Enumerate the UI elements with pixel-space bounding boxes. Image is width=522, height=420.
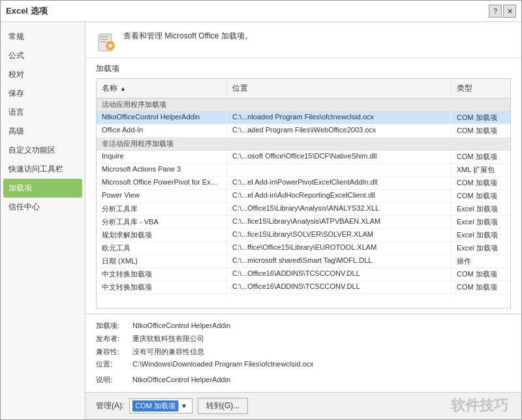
inactive-section-header: 非活动应用程序加载项 (97, 138, 510, 151)
row-type: Excel 加载项 (452, 229, 510, 241)
title-bar: Excel 选项 ? ✕ (1, 1, 521, 22)
table-row[interactable]: 分析工具库 C:\...Office15\Library\Analysis\AN… (97, 203, 510, 216)
col-header-location[interactable]: 位置 (227, 82, 452, 95)
table-row[interactable]: Microsoft Actions Pane 3 XML 扩展包 (97, 164, 510, 177)
row-type: COM 加载项 (452, 112, 510, 124)
info-desc-label: 说明: (96, 374, 129, 387)
svg-rect-2 (100, 38, 108, 40)
title-bar-controls: ? ✕ (489, 5, 516, 18)
info-desc-row: 说明: NtkoOfficeControl HelperAddin (96, 374, 511, 387)
row-type: XML 扩展包 (452, 164, 510, 176)
info-desc-value: NtkoOfficeControl HelperAddin (132, 374, 230, 387)
row-name: Microsoft Office PowerPivot for Excel 20… (97, 177, 227, 189)
table-row[interactable]: NtkoOfficeControl HelperAddin C:\...nloa… (97, 112, 510, 125)
go-button[interactable]: 转到(G)... (198, 398, 248, 414)
excel-options-window: Excel 选项 ? ✕ 常规 公式 校对 保存 语言 高级 自定义功能区 快速… (0, 0, 522, 420)
info-section: 加载项: NtkoOfficeControl HelperAddin 发布者: … (85, 314, 521, 392)
info-location-label: 位置: (96, 358, 129, 371)
row-name: 日期 (XML) (97, 255, 227, 267)
main-content: 查看和管理 Microsoft Office 加载项。 加载项 名称 ▲ 位置 … (85, 22, 521, 419)
row-location: C:\...nloaded Program Files\ofctnewclsid… (227, 112, 452, 124)
addins-section: 加载项 名称 ▲ 位置 类型 活动应用程序加载项 (85, 58, 521, 314)
sidebar-item-addins[interactable]: 加载项 (3, 179, 82, 198)
row-location: C:\...ffice\Office15\Library\EUROTOOL.XL… (227, 242, 452, 254)
row-type: Excel 加载项 (452, 203, 510, 215)
row-name: Office Add-In (97, 125, 227, 137)
sidebar-item-save[interactable]: 保存 (1, 84, 85, 103)
header-section: 查看和管理 Microsoft Office 加载项。 (85, 22, 521, 58)
row-location: C:\...microsoft shared\Smart Tag\MOFL.DL… (227, 255, 452, 267)
info-compatibility-value: 没有可用的兼容性信息 (132, 346, 204, 359)
info-publisher-value: 重庆软航科技有限公司 (132, 333, 204, 346)
row-type: COM 加载项 (452, 268, 510, 280)
sidebar-item-trust-center[interactable]: 信任中心 (1, 198, 85, 217)
row-name: 中文转换加载项 (97, 281, 227, 293)
table-row[interactable]: 分析工具库 - VBA C:\...fice15\Library\Analysi… (97, 216, 510, 229)
table-header: 名称 ▲ 位置 类型 (97, 79, 510, 98)
table-row[interactable]: 中文转换加载项 C:\...Office16\ADDINS\TCSCCONV.D… (97, 281, 510, 294)
watermark-text: 软件技巧 (451, 396, 508, 415)
table-row[interactable]: Office Add-In C:\...aded Program Files\i… (97, 125, 510, 138)
row-location: C:\...el Add-in\AdHocReportingExcelClien… (227, 190, 452, 202)
manage-dropdown[interactable]: COM 加载项 ▼ (129, 398, 192, 413)
svg-rect-3 (100, 41, 106, 42)
col-header-type[interactable]: 类型 (452, 82, 510, 95)
table-row[interactable]: 规划求解加载项 C:\...fice15\Library\SOLVER\SOLV… (97, 229, 510, 242)
info-compatibility-row: 兼容性: 没有可用的兼容性信息 (96, 346, 511, 359)
row-type: Excel 加载项 (452, 242, 510, 254)
table-body[interactable]: 活动应用程序加载项 NtkoOfficeControl HelperAddin … (97, 98, 510, 308)
sidebar-item-language[interactable]: 语言 (1, 103, 85, 122)
row-name: 分析工具库 (97, 203, 227, 215)
row-location: C:\...fice15\Library\SOLVER\SOLVER.XLAM (227, 229, 452, 241)
table-row[interactable]: 欧元工具 C:\...ffice\Office15\Library\EUROTO… (97, 242, 510, 255)
window-body: 常规 公式 校对 保存 语言 高级 自定义功能区 快速访问工具栏 加载项 信任中… (1, 22, 521, 419)
active-section-header: 活动应用程序加载项 (97, 98, 510, 112)
sidebar-item-formula[interactable]: 公式 (1, 46, 85, 65)
info-compatibility-label: 兼容性: (96, 346, 129, 359)
row-location (227, 164, 452, 176)
table-row[interactable]: 中文转换加载项 C:\...Office16\ADDINS\TCSCCONV.D… (97, 268, 510, 281)
info-addin-row: 加载项: NtkoOfficeControl HelperAddin (96, 320, 511, 333)
row-name: 欧元工具 (97, 242, 227, 254)
row-type: COM 加载项 (452, 151, 510, 163)
row-type: COM 加载项 (452, 281, 510, 293)
sidebar-item-general[interactable]: 常规 (1, 27, 85, 46)
row-location: C:\...fice15\Library\Analysis\ATPVBAEN.X… (227, 216, 452, 228)
row-type: COM 加载项 (452, 125, 510, 137)
table-row[interactable]: Power View C:\...el Add-in\AdHocReportin… (97, 190, 510, 203)
info-addin-label: 加载项: (96, 320, 129, 333)
info-location-row: 位置: C:\Windows\Downloaded Program Files\… (96, 358, 511, 371)
close-button[interactable]: ✕ (503, 5, 516, 18)
row-location: C:\...el Add-in\PowerPivotExcelClientAdd… (227, 177, 452, 189)
header-description: 查看和管理 Microsoft Office 加载项。 (123, 30, 253, 42)
sidebar-item-customize-ribbon[interactable]: 自定义功能区 (1, 141, 85, 160)
row-name: NtkoOfficeControl HelperAddin (97, 112, 227, 124)
info-publisher-label: 发布者: (96, 333, 129, 346)
manage-label: 管理(A): (96, 400, 124, 412)
info-location-value: C:\Windows\Downloaded Program Files\ofct… (132, 358, 314, 371)
sidebar-item-proofing[interactable]: 校对 (1, 65, 85, 84)
sidebar-item-quick-access[interactable]: 快速访问工具栏 (1, 160, 85, 179)
svg-rect-1 (100, 36, 109, 37)
table-row[interactable]: Inquire C:\...osoft Office\Office15\DCF\… (97, 151, 510, 164)
addin-icon (96, 31, 117, 52)
row-type: Excel 加载项 (452, 216, 510, 228)
sidebar: 常规 公式 校对 保存 语言 高级 自定义功能区 快速访问工具栏 加载项 信任中… (1, 22, 85, 419)
row-name: 规划求解加载项 (97, 229, 227, 241)
row-location: C:\...Office15\Library\Analysis\ANALYS32… (227, 203, 452, 215)
row-name: Power View (97, 190, 227, 202)
row-type: 操作 (452, 255, 510, 267)
help-button[interactable]: ? (489, 5, 502, 18)
sidebar-item-advanced[interactable]: 高级 (1, 122, 85, 141)
info-publisher-row: 发布者: 重庆软航科技有限公司 (96, 333, 511, 346)
table-row[interactable]: Microsoft Office PowerPivot for Excel 20… (97, 177, 510, 190)
dropdown-selected-text: COM 加载项 (132, 400, 178, 412)
row-name: Microsoft Actions Pane 3 (97, 164, 227, 176)
addins-table: 名称 ▲ 位置 类型 活动应用程序加载项 NtkoOfficeControl H… (96, 78, 511, 308)
info-desc-section: 说明: NtkoOfficeControl HelperAddin (96, 374, 511, 387)
dropdown-arrow-icon[interactable]: ▼ (178, 402, 189, 410)
row-name: 分析工具库 - VBA (97, 216, 227, 228)
col-header-name[interactable]: 名称 ▲ (97, 82, 227, 95)
row-name: 中文转换加载项 (97, 268, 227, 280)
table-row[interactable]: 日期 (XML) C:\...microsoft shared\Smart Ta… (97, 255, 510, 268)
